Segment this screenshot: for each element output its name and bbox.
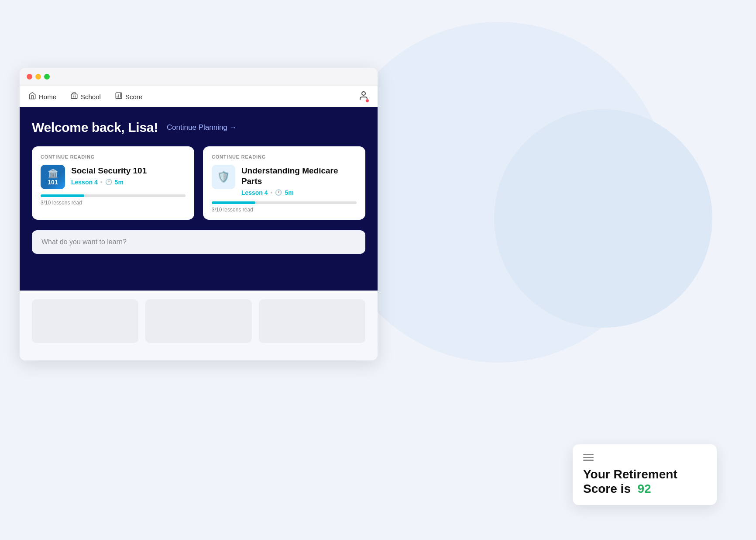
medicare-icon: 🛡️ [212,165,235,189]
card1-lesson: Lesson 4 [71,179,98,186]
retirement-title: Your Retirement Score is 92 [583,467,706,496]
bottom-cards-row [32,299,365,343]
nav-right [358,90,369,103]
home-icon [28,92,36,101]
card2-progress-bar [212,201,255,204]
svg-rect-0 [71,94,77,99]
card1-progress-bar [41,194,84,197]
browser-chrome [20,68,378,86]
main-content: Welcome back, Lisa! Continue Planning → … [20,107,378,291]
card2-title: Understanding Medicare Parts [241,165,357,187]
reading-cards-row: CONTINUE READING 🏛️ 101 Social Security … [32,146,365,220]
score-icon [115,92,123,101]
social-security-icon: 🏛️ 101 [41,165,65,189]
card1-label: CONTINUE READING [41,154,186,159]
nav-home[interactable]: Home [28,92,56,101]
welcome-row: Welcome back, Lisa! Continue Planning → [32,120,365,135]
card2-meta: Lesson 4 • 🕐 5m [241,189,357,196]
bottom-area [20,291,378,360]
card1-content: 🏛️ 101 Social Security 101 Lesson 4 • 🕐 … [41,165,186,189]
school-icon [70,92,78,101]
search-placeholder: What do you want to learn? [41,238,127,246]
card1-progress-text: 3/10 lessons read [41,200,186,206]
welcome-text: Welcome back, Lisa! [32,120,158,135]
card2-progress-text: 3/10 lessons read [212,207,357,213]
nav-home-label: Home [39,93,56,100]
card2-duration: 5m [285,189,293,196]
card2-label: CONTINUE READING [212,154,357,159]
card2-content: 🛡️ Understanding Medicare Parts Lesson 4… [212,165,357,196]
maximize-button[interactable] [44,74,50,80]
card2-progress: 3/10 lessons read [212,201,357,213]
notification-dot [365,99,369,103]
continue-planning-link[interactable]: Continue Planning → [167,123,237,132]
retirement-score-card: Your Retirement Score is 92 [573,444,717,505]
nav-score-label: Score [125,93,142,100]
card1-meta: Lesson 4 • 🕐 5m [71,179,147,186]
nav-score[interactable]: Score [115,92,142,101]
social-security-card[interactable]: CONTINUE READING 🏛️ 101 Social Security … [32,146,194,220]
clock-icon-2: 🕐 [275,189,282,196]
browser-window: Home School Scor [20,68,378,360]
nav-school-label: School [81,93,101,100]
search-bar[interactable]: What do you want to learn? [32,230,365,254]
minimize-button[interactable] [35,74,41,80]
medicare-card[interactable]: CONTINUE READING 🛡️ Understanding Medica… [203,146,365,220]
card2-text: Understanding Medicare Parts Lesson 4 • … [241,165,357,196]
retirement-score: 92 [638,482,651,495]
hamburger-icon[interactable] [583,454,594,461]
card1-title: Social Security 101 [71,165,147,176]
bottom-card-3 [259,299,365,343]
card2-lesson: Lesson 4 [241,189,268,196]
card1-text: Social Security 101 Lesson 4 • 🕐 5m [71,165,147,186]
close-button[interactable] [27,74,32,80]
window-controls [27,74,50,80]
background-blob-small [494,109,712,328]
retirement-title-line1: Your Retirement [583,467,677,481]
clock-icon-1: 🕐 [105,179,112,185]
retirement-title-line2: Score is [583,482,631,495]
svg-point-7 [362,92,365,95]
nav-bar: Home School Scor [20,86,378,107]
nav-school[interactable]: School [70,92,101,101]
card1-progress: 3/10 lessons read [41,194,186,206]
card1-duration: 5m [115,179,124,186]
bottom-card-2 [145,299,252,343]
user-profile-button[interactable] [358,90,369,103]
bottom-card-1 [32,299,138,343]
